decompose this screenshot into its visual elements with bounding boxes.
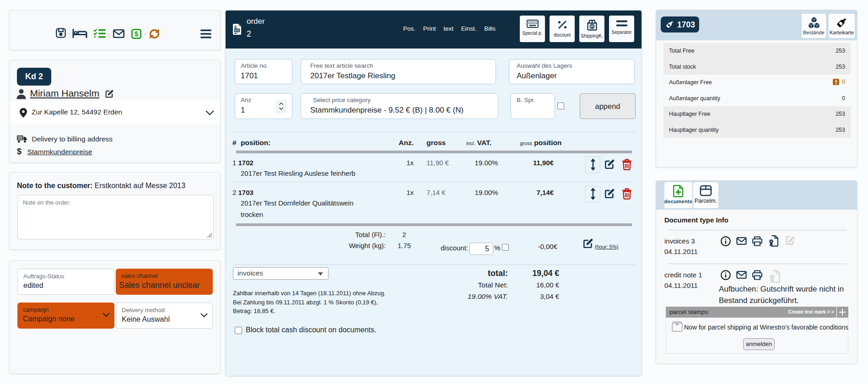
svg-text:$: $ xyxy=(591,24,593,29)
svg-text:$: $ xyxy=(135,30,139,38)
